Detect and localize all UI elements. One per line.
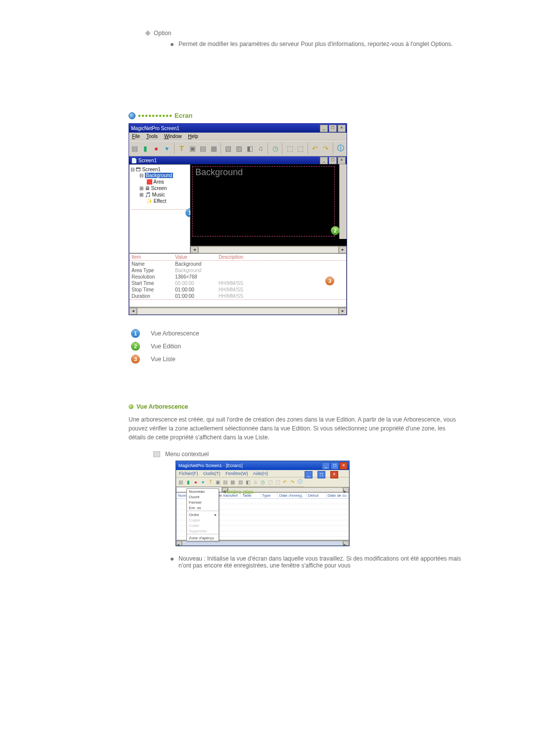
ctx-zone[interactable]: Zone d'aperçu [187,535,219,541]
menu-file[interactable]: Fichier(F) [179,471,198,476]
menu-help[interactable]: Aide(H) [253,471,268,476]
tool-icon[interactable]: ⬚ [297,143,305,154]
tool-icon[interactable]: ◧ [246,143,254,154]
menu-tools[interactable]: Tools [146,134,158,139]
tree-item[interactable]: ⊟ Background [131,172,189,179]
ctx-enrsous[interactable]: Enr. ss [187,505,219,511]
minimize-button[interactable]: _ [320,157,328,164]
file-icon [153,451,160,457]
tool-icon[interactable]: ▤ [222,478,228,485]
tree-item[interactable]: 🟥 Area [131,179,189,185]
tool-icon[interactable]: ▤ [178,478,183,485]
ctx-ouvrir[interactable]: Ouvrir [187,494,219,500]
sub-max[interactable]: □ [317,471,325,478]
tool-text-icon[interactable]: T [178,143,186,154]
undo-icon[interactable]: ↶ [282,478,288,485]
tool-icon[interactable]: ▧ [238,478,243,485]
tree-item[interactable]: ⊞ 🖥 Screen [131,185,189,191]
maximize-button[interactable]: □ [329,157,337,164]
tool-icon[interactable]: ▧ [224,143,232,154]
tool-icon[interactable]: ⬚ [275,478,280,485]
tool-icon[interactable]: ◧ [245,478,251,485]
canvas-label: Arrière-plan [225,489,253,495]
badge-3-icon: 3 [131,355,140,364]
sub-close[interactable]: × [330,471,338,478]
sub-titlebar: 📄 Screen1 _ □ × [129,156,347,164]
vertical-scrollbar[interactable] [339,164,347,239]
list-row[interactable]: Start Time00:00:00HH/MM/SS [130,280,346,286]
tool-icon[interactable]: ⬚ [286,143,294,154]
tool-icon[interactable]: ▣ [188,143,196,154]
ctx-fermer[interactable]: Fermer [187,500,219,505]
close-button[interactable]: × [340,462,348,470]
maximize-button[interactable]: □ [331,462,339,470]
legend: 1Vue Arborescence 2Vue Edition 3Vue List… [131,329,462,364]
list-row[interactable]: Duration01:00:00HH/MM/SS [130,293,346,299]
tool-icon[interactable]: ▨ [235,143,243,154]
tool-icon[interactable]: ♫ [257,143,265,154]
tool-icon[interactable]: ▤ [131,143,139,154]
list-row[interactable]: Area TypeBackground [130,267,346,274]
blue-circle-icon [129,112,135,119]
ctx-ordre[interactable]: Ordre [187,512,219,518]
redo-icon[interactable]: ↷ [322,143,330,154]
tool-icon[interactable]: ▣ [215,478,221,485]
undo-icon[interactable]: ↶ [312,143,319,154]
tool-icon[interactable]: ▾ [200,478,206,485]
menu-tools[interactable]: Outils(T) [203,471,221,476]
menu-window[interactable]: Fenêtre(W) [225,471,248,476]
option-description: Permet de modifier les paramètres du ser… [171,41,462,47]
maximize-button[interactable]: □ [329,125,337,132]
ctx-copier[interactable]: Copier [187,518,219,523]
minimize-button[interactable]: _ [322,462,330,470]
tool-icon[interactable]: ▦ [210,143,218,154]
legend-label: Vue Edition [151,343,181,350]
list-row[interactable]: NameBackground [130,261,346,267]
menu-window[interactable]: Window [164,134,182,139]
titlebar: MagicNetPro Screen1 - [Ecran1] _ □ × [176,461,349,470]
hdr-debut: Début [307,493,326,498]
menu-help[interactable]: Help [188,134,198,139]
tool-text-icon[interactable]: T [208,478,213,485]
info-icon[interactable]: ⓘ [337,143,345,154]
horizontal-scrollbar[interactable]: ◂▸ [129,307,347,315]
badge-2-icon: 2 [131,342,140,351]
section-ecran-header: Ecran [129,112,462,119]
tool-icon[interactable]: ▮ [185,478,191,485]
close-button[interactable]: × [338,157,346,164]
horizontal-scrollbar[interactable]: ◂▸ [190,246,347,253]
ctx-supprimer[interactable]: Supprimer [187,528,219,534]
canvas-label: Background [195,167,243,178]
tree-item[interactable]: ✨ Effect [131,198,189,204]
hdr-value: Value [173,254,217,260]
info-icon[interactable]: ⓘ [297,478,303,485]
hdr-date: Date d'enreg. [278,493,307,498]
list-header: Item Value Description [130,254,346,261]
tool-icon[interactable]: ● [152,143,160,154]
ctx-nouveau[interactable]: Nouveau [187,489,219,494]
tree-root[interactable]: Screen1 [142,167,161,172]
sub-title: Screen1 [138,158,157,163]
tool-icon[interactable]: ⬚ [267,478,273,485]
redo-icon[interactable]: ↷ [290,478,295,485]
tool-icon[interactable]: ♫ [253,478,258,485]
tool-icon[interactable]: ● [193,478,198,485]
list-row[interactable]: Stop Time01:00:00HH/MM/SS [130,286,346,293]
ctx-coller[interactable]: Coller [187,523,219,528]
tool-icon[interactable]: ◷ [260,478,266,485]
tool-icon[interactable]: ▤ [199,143,207,154]
tool-icon[interactable]: ▾ [163,143,171,154]
edition-canvas[interactable]: Background 2 [190,164,347,246]
minimize-button[interactable]: _ [320,125,328,132]
context-menu-label: Menu contextuel [165,451,209,458]
hdr-desc: Description [217,254,346,260]
tool-icon[interactable]: ◷ [271,143,279,154]
disc-icon [171,558,174,561]
tree-item[interactable]: ⊞ 🎵 Music [131,191,189,198]
menu-file[interactable]: File [132,134,140,139]
sub-min[interactable]: _ [305,471,312,478]
tool-icon[interactable]: ▦ [230,478,235,485]
close-button[interactable]: × [338,125,346,132]
tool-icon[interactable]: ▮ [142,143,150,154]
list-row[interactable]: Resolution1366×768 [130,274,346,280]
